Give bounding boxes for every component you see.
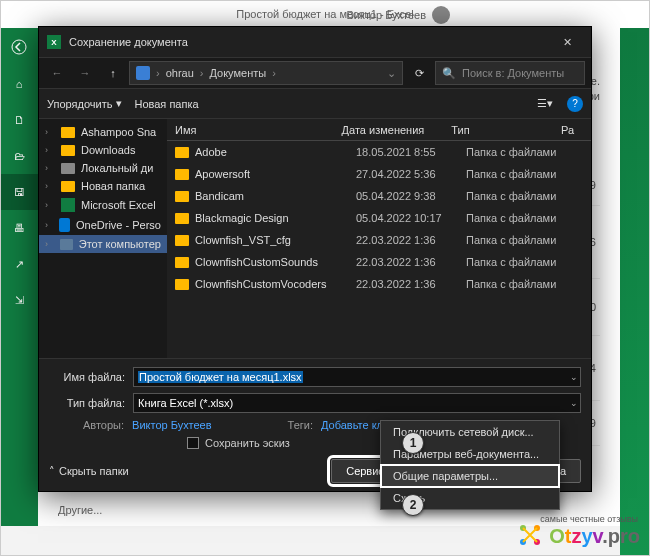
chevron-down-icon: ▾ <box>116 97 122 110</box>
side-saveas[interactable]: 🖫 <box>0 174 38 210</box>
list-header: Имя Дата изменения Тип Ра <box>167 119 591 141</box>
search-placeholder: Поиск в: Документы <box>462 67 564 79</box>
callout-badge-1: 1 <box>402 432 424 454</box>
folder-icon <box>175 169 189 180</box>
tree-item[interactable]: ›Ashampoo Sna <box>39 123 167 141</box>
file-row[interactable]: ClownfishCustomVocoders22.03.2022 1:36Па… <box>167 273 591 295</box>
chevron-up-icon: ˄ <box>49 465 55 478</box>
tree-item[interactable]: ›Microsoft Excel <box>39 195 167 215</box>
watermark-text: Otzyv.pro <box>549 525 640 548</box>
filetype-select[interactable]: Книга Excel (*.xlsx) ⌄ <box>133 393 581 413</box>
nav-up-icon[interactable]: ↑ <box>101 61 125 85</box>
view-icon[interactable]: ☰▾ <box>535 94 555 114</box>
pc-icon <box>60 239 73 250</box>
excel-icon <box>61 198 75 212</box>
folder-icon <box>61 127 75 138</box>
file-row[interactable]: Blackmagic Design05.04.2022 10:17Папка с… <box>167 207 591 229</box>
folder-icon <box>175 257 189 268</box>
menu-item[interactable]: Общие параметры... <box>381 465 559 487</box>
location-icon <box>136 66 150 80</box>
filename-input[interactable]: Простой бюджет на месяц1.xlsx ⌄ <box>133 367 581 387</box>
col-name[interactable]: Имя <box>167 124 342 136</box>
onedrive-icon <box>59 218 70 232</box>
side-new[interactable]: 🗋 <box>0 102 38 138</box>
bc-folder[interactable]: Документы <box>209 67 266 79</box>
toolbar: Упорядочить ▾ Новая папка ☰▾ ? <box>39 89 591 119</box>
back-icon[interactable] <box>0 28 38 66</box>
avatar <box>432 6 450 24</box>
other-locations[interactable]: Другие... <box>58 504 102 516</box>
folder-icon <box>175 191 189 202</box>
excel-user[interactable]: Виктор Бухтеев <box>347 6 450 24</box>
search-icon: 🔍 <box>442 67 456 80</box>
excel-titlebar: Простой бюджет на месяц1 - Excel <box>0 0 650 28</box>
tree-item[interactable]: ›Downloads <box>39 141 167 159</box>
disk-icon <box>61 163 75 174</box>
tree-item[interactable]: ›Новая папка <box>39 177 167 195</box>
col-type[interactable]: Тип <box>451 124 561 136</box>
tree-item[interactable]: ›OneDrive - Perso <box>39 215 167 235</box>
filename-label: Имя файла: <box>49 371 125 383</box>
dialog-titlebar: X Сохранение документа ✕ <box>39 27 591 57</box>
chevron-down-icon[interactable]: ⌄ <box>387 67 396 80</box>
folder-icon <box>175 213 189 224</box>
side-home[interactable]: ⌂ <box>0 66 38 102</box>
folder-icon <box>175 235 189 246</box>
nav-back-icon[interactable]: ← <box>45 61 69 85</box>
dialog-title: Сохранение документа <box>69 36 551 48</box>
refresh-icon[interactable]: ⟳ <box>407 67 431 80</box>
watermark-icon <box>517 522 543 548</box>
tree-item[interactable]: ›Этот компьютер <box>39 235 167 253</box>
bc-user[interactable]: ohrau <box>166 67 194 79</box>
thumbnail-label: Сохранить эскиз <box>205 437 290 449</box>
thumbnail-checkbox[interactable] <box>187 437 199 449</box>
hide-folders-button[interactable]: ˄ Скрыть папки <box>49 465 129 478</box>
close-icon[interactable]: ✕ <box>551 36 583 49</box>
file-row[interactable]: Apowersoft27.04.2022 5:36Папка с файлами <box>167 163 591 185</box>
excel-right-strip <box>620 28 650 556</box>
excel-icon: X <box>47 35 61 49</box>
chevron-down-icon[interactable]: ⌄ <box>570 372 578 382</box>
help-icon[interactable]: ? <box>567 96 583 112</box>
watermark: Otzyv.pro <box>517 522 640 548</box>
authors-label: Авторы: <box>83 419 124 431</box>
folder-icon <box>61 181 75 192</box>
folder-tree: ›Ashampoo Sna›Downloads›Локальный ди›Нов… <box>39 119 167 358</box>
file-list: Имя Дата изменения Тип Ра Adobe18.05.202… <box>167 119 591 358</box>
organize-button[interactable]: Упорядочить ▾ <box>47 97 122 110</box>
authors-value[interactable]: Виктор Бухтеев <box>132 419 211 431</box>
col-size[interactable]: Ра <box>561 124 591 136</box>
side-export[interactable]: ⇲ <box>0 282 38 318</box>
file-row[interactable]: ClownfishCustomSounds22.03.2022 1:36Папк… <box>167 251 591 273</box>
tags-label: Теги: <box>288 419 313 431</box>
tree-item[interactable]: ›Локальный ди <box>39 159 167 177</box>
folder-icon <box>175 279 189 290</box>
nav-bar: ← → ↑ › ohrau › Документы › ⌄ ⟳ 🔍 Поиск … <box>39 57 591 89</box>
new-folder-button[interactable]: Новая папка <box>134 98 198 110</box>
folder-icon <box>61 145 75 156</box>
folder-icon <box>175 147 189 158</box>
side-share[interactable]: ↗ <box>0 246 38 282</box>
chevron-down-icon[interactable]: ⌄ <box>570 398 578 408</box>
callout-badge-2: 2 <box>402 494 424 516</box>
side-print[interactable]: 🖶 <box>0 210 38 246</box>
file-row[interactable]: Bandicam05.04.2022 9:38Папка с файлами <box>167 185 591 207</box>
excel-sidebar: ⌂ 🗋 🗁 🖫 🖶 ↗ ⇲ <box>0 28 38 526</box>
search-input[interactable]: 🔍 Поиск в: Документы <box>435 61 585 85</box>
filetype-label: Тип файла: <box>49 397 125 409</box>
breadcrumb[interactable]: › ohrau › Документы › ⌄ <box>129 61 403 85</box>
col-date[interactable]: Дата изменения <box>342 124 452 136</box>
side-open[interactable]: 🗁 <box>0 138 38 174</box>
file-row[interactable]: Clownfish_VST_cfg22.03.2022 1:36Папка с … <box>167 229 591 251</box>
nav-forward-icon: → <box>73 61 97 85</box>
file-row[interactable]: Adobe18.05.2021 8:55Папка с файлами <box>167 141 591 163</box>
svg-point-0 <box>12 40 26 54</box>
